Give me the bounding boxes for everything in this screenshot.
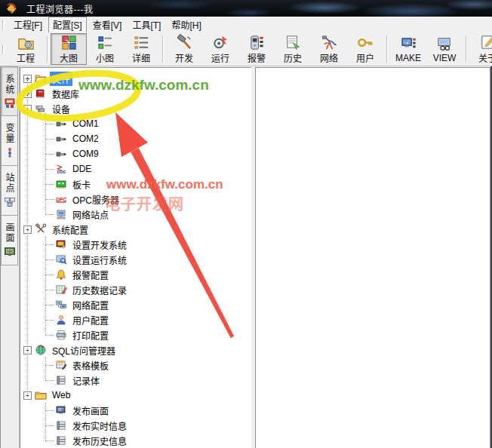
toolbar-button-make-screen[interactable]: MAKE — [390, 33, 426, 65]
toolbar-button-details-list[interactable]: 详细 — [123, 33, 159, 65]
dev-system-icon — [55, 238, 67, 250]
tree-item-row-15[interactable]: 网络配置 — [20, 297, 252, 312]
tree-item-label[interactable]: SQL访问管理器 — [50, 343, 118, 357]
com-port-icon — [55, 133, 67, 145]
toolbar-button-small-icons[interactable]: 小图 — [87, 33, 123, 65]
toolbar-button-project-folder[interactable]: 工程 — [8, 33, 44, 65]
tree-guide-line — [45, 403, 46, 440]
toolbar-button-run-gear[interactable]: 运行 — [202, 33, 238, 65]
toolbar-button-label: 详细 — [132, 51, 150, 64]
tree-item-row-12[interactable]: 设置运行系统 — [20, 252, 252, 267]
record-body-icon — [55, 419, 67, 431]
tree-item-label[interactable]: 系统配置 — [50, 222, 91, 237]
tree-item-row-2[interactable]: -设备 — [20, 101, 252, 116]
toolbar-gripper[interactable] — [2, 44, 5, 54]
menubar-gripper[interactable] — [2, 20, 5, 29]
tree-item-label[interactable]: 数据库 — [50, 87, 81, 101]
sidebar-tab-system[interactable]: 系统 — [1, 66, 18, 116]
alarm-bell-icon — [55, 268, 67, 281]
tree-item-label[interactable]: Web — [50, 389, 72, 401]
toolbar-button-large-icons[interactable]: 大图 — [51, 33, 87, 65]
tree-item-row-20[interactable]: 记录体 — [20, 373, 252, 388]
tree-item-row-9[interactable]: 网络站点 — [20, 207, 252, 222]
tree-item-com9[interactable]: COM9 — [20, 146, 252, 161]
tree-item-row-11[interactable]: 设置开发系统 — [20, 237, 252, 252]
tree-item-label[interactable]: DDE — [70, 163, 94, 175]
toolbar-button-network-plug[interactable]: 网络 — [311, 33, 347, 65]
history-doc-icon — [284, 34, 302, 51]
tree-item-label[interactable]: 设备 — [50, 102, 72, 116]
toolbar-button-label: 网络 — [320, 51, 338, 64]
title-bar[interactable]: 工程浏览器---我 — [0, 0, 492, 17]
tree-item-label[interactable]: COM9 — [70, 148, 101, 160]
tree-item-row-17[interactable]: 打印配置 — [20, 327, 252, 342]
tree-guide-line — [45, 113, 46, 214]
tree-item-row-14[interactable]: 历史数据记录 — [20, 282, 252, 297]
tree-item-label[interactable]: 发布画面 — [70, 404, 111, 418]
publish-screen-icon — [55, 404, 67, 416]
toolbar-button-about-note[interactable]: 关于 — [469, 33, 492, 65]
tree-item-row-1[interactable]: +数据库 — [20, 86, 252, 101]
tree-item-label[interactable]: 板卡 — [70, 177, 93, 192]
tree-item-row-23[interactable]: 发布实时信息 — [20, 418, 252, 433]
tree-item-label[interactable]: 发布历史信息 — [70, 434, 129, 448]
menu-item-3[interactable]: 查看[V] — [88, 17, 127, 33]
tree-item-label[interactable]: COM2 — [70, 133, 101, 145]
toolbar-button-history-doc[interactable]: 历史 — [275, 33, 311, 65]
view-screen-icon — [436, 35, 454, 53]
tree-item-row-8[interactable]: OPCOPC服务器 — [20, 192, 252, 207]
tree-item-label[interactable]: 文件 — [50, 72, 72, 86]
tree-item-row-18[interactable]: -SQL访问管理器 — [20, 342, 252, 357]
tree-item-row-19[interactable]: 表格模板 — [20, 357, 252, 373]
tree-item-com2[interactable]: COM2 — [20, 131, 252, 146]
toolbar-button-alarm-pager[interactable]: 报警 — [238, 33, 275, 65]
tree-item-label[interactable]: OPC服务器 — [70, 192, 121, 207]
menu-item-1[interactable]: 工程[F] — [9, 17, 47, 33]
net-config-icon — [55, 299, 67, 311]
tree-item-label[interactable]: 设置开发系统 — [70, 238, 129, 252]
tree-item-label[interactable]: 设置运行系统 — [70, 253, 129, 267]
tree-item-row-10[interactable]: -系统配置 — [20, 222, 252, 237]
toolbar-button-label: 用户 — [356, 51, 374, 64]
tree-item-com1[interactable]: COM1 — [20, 116, 252, 131]
toolbar-button-label: 开发 — [175, 51, 193, 64]
tree-item-web[interactable]: -Web — [20, 388, 252, 403]
toolbar-button-develop-hammer[interactable]: 开发 — [166, 33, 202, 65]
tree-item-label[interactable]: 历史数据记录 — [70, 283, 129, 297]
tree-item-label[interactable]: 打印配置 — [70, 328, 111, 342]
tree-item-row-16[interactable]: 用户配置 — [20, 312, 252, 327]
tree-item-row-13[interactable]: 报警配置 — [20, 267, 252, 282]
sidebar-tab-screens[interactable]: 画面ABC — [1, 216, 18, 265]
opc-server-icon: OPC — [55, 193, 67, 205]
tree-item-label[interactable]: 发布实时信息 — [70, 419, 129, 433]
menu-item-4[interactable]: 工具[T] — [128, 17, 165, 33]
toolbar-button-view-screen[interactable]: VIEW — [426, 33, 463, 65]
sidebar-tab-variables[interactable]: 变量 — [1, 116, 18, 166]
toolbar-button-user-key[interactable]: 用户 — [347, 33, 383, 65]
tree-item-row-24[interactable]: 发布历史信息 — [20, 433, 252, 448]
make-screen-icon — [400, 35, 417, 53]
tree-item-label[interactable]: COM1 — [70, 118, 101, 130]
user-key-icon — [357, 34, 374, 51]
tree-item-row-22[interactable]: 发布画面 — [20, 403, 252, 418]
menu-item-5[interactable]: 帮助[H] — [167, 17, 205, 33]
tree-item-row-0[interactable]: +文件 — [20, 71, 252, 86]
large-icons-icon — [60, 34, 78, 51]
tree-item-label[interactable]: 网络配置 — [70, 298, 111, 312]
tree-item-label[interactable]: 用户配置 — [70, 313, 111, 327]
tree-item-dde[interactable]: DDEDDE — [20, 161, 252, 176]
alarm-pager-icon — [248, 34, 266, 51]
tree-item-label[interactable]: 表格模板 — [70, 358, 111, 373]
details-list-icon — [133, 34, 150, 51]
red-book-icon — [35, 87, 47, 100]
sidebar-tab-stations[interactable]: 站点 — [1, 166, 18, 216]
tree-item-row-7[interactable]: 板卡 — [20, 176, 252, 192]
toolbar-separator — [47, 35, 48, 63]
tree-item-label[interactable]: 记录体 — [70, 373, 102, 388]
tree-item-label[interactable]: 网络站点 — [70, 207, 111, 222]
menu-item-2[interactable]: 配置[S] — [48, 17, 87, 33]
project-tree-panel: +文件+数据库-设备COM1COM2COM9DDEDDE板卡OPCOPC服务器网… — [20, 67, 253, 448]
tree-item-label[interactable]: 报警配置 — [70, 268, 111, 282]
variables-icon — [4, 146, 16, 158]
svg-text:DDE: DDE — [57, 170, 66, 174]
